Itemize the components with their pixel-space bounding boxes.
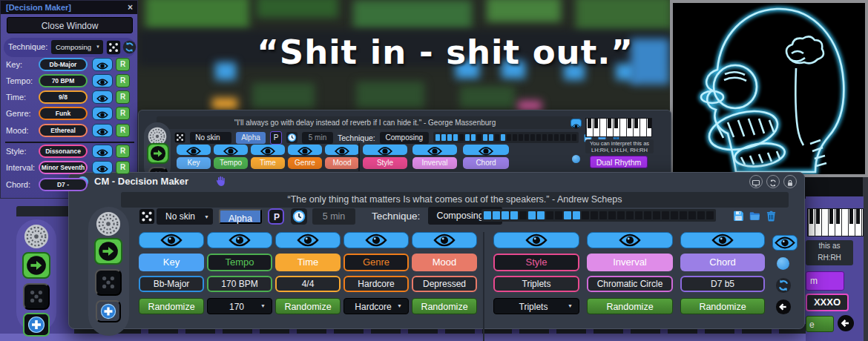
advance-arrow-button[interactable]: [22, 252, 50, 279]
mood-visibility-toggle[interactable]: [412, 232, 477, 248]
pattern-field[interactable]: XXXO: [806, 294, 849, 311]
style-label[interactable]: Style: [493, 254, 579, 271]
close-window-button[interactable]: Close Window: [7, 17, 133, 33]
tempo-label[interactable]: Tempo: [207, 254, 272, 271]
inverval-visibility-toggle[interactable]: [587, 232, 673, 248]
style-eye-button[interactable]: [363, 145, 407, 155]
inverval-label[interactable]: Inverval: [412, 157, 457, 169]
tempo-visibility-toggle[interactable]: [207, 232, 272, 248]
style-randomize-button[interactable]: R: [116, 145, 130, 158]
dual-rhythm-button[interactable]: Dual Rhythm: [590, 156, 648, 168]
mood-randomize-button[interactable]: R: [116, 124, 130, 137]
genre-label[interactable]: Genre: [288, 157, 322, 169]
mood-label[interactable]: Mood: [325, 157, 359, 169]
time-visibility-toggle[interactable]: [275, 232, 341, 248]
genre-eye-button[interactable]: [92, 107, 113, 120]
interval-randomize-button[interactable]: R: [116, 161, 130, 174]
time-label[interactable]: Time: [275, 254, 341, 271]
global-eye-toggle[interactable]: [571, 119, 582, 128]
monitor-icon[interactable]: [749, 175, 763, 188]
clock-icon[interactable]: [290, 208, 308, 225]
genre-dropdown[interactable]: Hardcore: [343, 298, 409, 314]
chord-visibility-toggle[interactable]: [680, 232, 765, 248]
chord-label[interactable]: Chord: [463, 157, 509, 169]
style-label[interactable]: Style: [363, 157, 407, 169]
dice-icon[interactable]: [139, 208, 155, 225]
time-randomize-button[interactable]: R: [116, 90, 130, 104]
time-value: 4/4: [275, 276, 341, 292]
key-label[interactable]: Key: [177, 157, 211, 169]
mood-eye-button[interactable]: [325, 145, 359, 155]
tempo-randomize-button[interactable]: R: [116, 74, 130, 87]
chord-eye-button[interactable]: [463, 145, 509, 155]
trash-icon[interactable]: [765, 210, 777, 222]
sync-icon[interactable]: [766, 175, 780, 188]
style-eye-button[interactable]: [92, 145, 113, 158]
technique-dropdown[interactable]: Composing: [380, 132, 429, 144]
clock-icon[interactable]: [286, 132, 297, 143]
add-button[interactable]: [96, 300, 121, 322]
save-icon[interactable]: [732, 210, 745, 222]
key-visibility-toggle[interactable]: [139, 232, 204, 248]
tempo-eye-button[interactable]: [214, 145, 248, 155]
close-icon[interactable]: ×: [128, 1, 133, 14]
key-eye-button[interactable]: [177, 145, 211, 155]
alpha-button[interactable]: Alpha: [219, 209, 262, 224]
mood-eye-button[interactable]: [92, 124, 113, 137]
chord-label[interactable]: Chord: [680, 254, 765, 271]
key-eye-button[interactable]: [92, 58, 113, 71]
mood-label[interactable]: Mood: [412, 254, 477, 271]
technique-dropdown[interactable]: Composing: [51, 40, 103, 54]
blue-indicator[interactable]: [777, 257, 789, 270]
inverval-label[interactable]: Inverval: [587, 254, 673, 271]
advance-arrow-button[interactable]: [94, 238, 122, 265]
sequence-strip[interactable]: [481, 209, 716, 222]
genre-eye-button[interactable]: [288, 145, 322, 155]
mood-randomize-button[interactable]: Randomize: [412, 298, 477, 314]
genre-visibility-toggle[interactable]: [343, 232, 409, 248]
skin-dropdown[interactable]: No skin: [190, 132, 231, 144]
global-eye-toggle[interactable]: [772, 235, 798, 251]
dice-icon[interactable]: [174, 132, 185, 143]
key-label[interactable]: Key: [139, 254, 204, 271]
dice-icon[interactable]: [106, 40, 121, 55]
p-button[interactable]: P: [270, 131, 282, 145]
add-button[interactable]: [23, 313, 50, 337]
mid-controls-row: No skin Alpha P 5 min Technique: Composi…: [174, 131, 621, 144]
alpha-button[interactable]: Alpha: [236, 132, 266, 144]
lock-icon[interactable]: [783, 175, 797, 188]
headline-text: “Shit in - shit out.”: [223, 33, 668, 72]
key-row: Key: Db-Major R: [0, 58, 138, 72]
back-arrow-button[interactable]: [775, 299, 792, 315]
tempo-eye-button[interactable]: [92, 74, 113, 87]
tempo-label[interactable]: Tempo: [214, 157, 248, 169]
dual-rhythm-button[interactable]: m: [806, 271, 844, 291]
folder-icon[interactable]: [749, 210, 761, 222]
genre-randomize-button[interactable]: R: [116, 107, 130, 120]
style-visibility-toggle[interactable]: [493, 232, 579, 248]
style-dropdown[interactable]: Triplets: [493, 298, 579, 314]
skin-dropdown[interactable]: No skin: [157, 208, 213, 225]
advance-arrow-button[interactable]: [147, 143, 169, 164]
randomize-button-clipped[interactable]: e: [806, 316, 834, 332]
time-randomize-button[interactable]: Randomize: [275, 298, 341, 314]
tempo-dropdown[interactable]: 170: [207, 298, 272, 314]
back-arrow-button[interactable]: [837, 314, 855, 332]
inverval-eye-button[interactable]: [412, 145, 457, 155]
sync-icon[interactable]: [775, 277, 792, 294]
time-eye-button[interactable]: [251, 145, 285, 155]
genre-label[interactable]: Genre: [343, 254, 409, 271]
key-randomize-button[interactable]: R: [116, 58, 130, 71]
key-randomize-button[interactable]: Randomize: [139, 298, 204, 314]
time-label[interactable]: Time: [251, 157, 285, 169]
blue-indicator[interactable]: [572, 155, 580, 163]
inverval-randomize-button[interactable]: Randomize: [587, 298, 673, 314]
interval-eye-button[interactable]: [92, 161, 113, 174]
dice-button[interactable]: [23, 283, 50, 310]
dice-button[interactable]: [95, 269, 122, 296]
time-eye-button[interactable]: [92, 90, 113, 104]
chord-randomize-button[interactable]: Randomize: [680, 298, 765, 314]
sequence-strip[interactable]: [433, 132, 579, 143]
p-button[interactable]: P: [268, 208, 284, 225]
sync-icon[interactable]: [122, 40, 137, 54]
